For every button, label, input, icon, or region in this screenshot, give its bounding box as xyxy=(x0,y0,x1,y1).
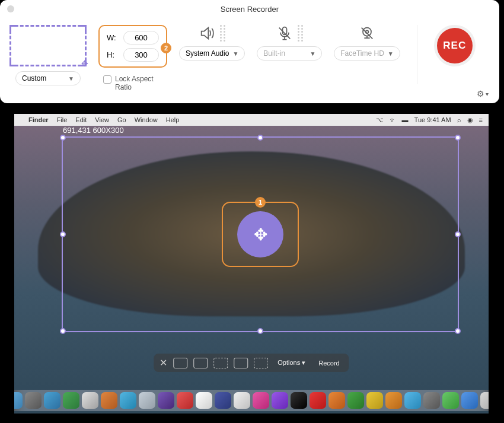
dock-app-icon[interactable] xyxy=(234,392,250,409)
resize-handle-bm[interactable] xyxy=(257,328,263,334)
resize-handle-tr[interactable] xyxy=(455,135,461,141)
dock-app-icon[interactable] xyxy=(101,392,117,409)
capture-selection[interactable]: 691,431 600X300 1 ✥ xyxy=(62,136,459,332)
dock-app-icon[interactable] xyxy=(82,392,98,409)
settings-button[interactable]: ⚙ ▾ xyxy=(477,89,489,98)
dock-app-icon[interactable] xyxy=(461,392,478,409)
dock-app-icon[interactable] xyxy=(480,392,489,409)
dock-app-icon[interactable] xyxy=(44,392,60,409)
macos-menubar: Finder File Edit View Go Window Help ⌥ ᯤ… xyxy=(14,114,489,126)
record-screen-icon[interactable] xyxy=(234,358,248,368)
dock-app-icon[interactable] xyxy=(196,392,212,409)
gear-icon: ⚙ xyxy=(477,89,484,98)
chevron-down-icon: ▼ xyxy=(388,50,394,57)
resize-handle-br[interactable] xyxy=(455,328,461,334)
move-arrows-icon: ✥ xyxy=(254,225,267,244)
record-label: REC xyxy=(443,40,466,52)
resize-handle-tl[interactable] xyxy=(60,135,66,141)
resize-handle-mr[interactable] xyxy=(455,231,461,237)
menubar-app[interactable]: Finder xyxy=(28,116,49,123)
camera-off-icon xyxy=(359,25,375,42)
dock-app-icon[interactable] xyxy=(215,392,231,409)
close-icon[interactable]: ✕ xyxy=(160,357,167,368)
dock-app-icon[interactable] xyxy=(177,392,193,409)
record-selection-icon[interactable] xyxy=(254,358,268,368)
dock-app-icon[interactable] xyxy=(328,392,345,409)
titlebar: Screen Recorder xyxy=(0,0,499,18)
dock-app-icon[interactable] xyxy=(404,392,421,409)
menubar-item[interactable]: Edit xyxy=(75,116,87,123)
resize-handle-bl[interactable] xyxy=(60,328,66,334)
dimensions-group: 2 W: H: xyxy=(98,25,167,68)
region-preview[interactable]: ✥ xyxy=(9,25,87,66)
dock-app-icon[interactable] xyxy=(253,392,269,409)
lock-aspect-row[interactable]: Lock Aspect Ratio xyxy=(103,75,162,91)
menubar-item[interactable]: Help xyxy=(166,116,180,123)
capture-selection-icon[interactable] xyxy=(213,358,228,368)
airplay-icon[interactable]: ⌥ xyxy=(376,116,384,124)
move-selection-box[interactable]: 1 ✥ xyxy=(222,202,299,267)
audio-section: System Audio ▼ xyxy=(179,25,245,61)
dock-app-icon[interactable] xyxy=(63,392,79,409)
chevron-down-icon: ▼ xyxy=(232,50,238,57)
dock-app-icon[interactable] xyxy=(291,392,307,409)
dock-app-icon[interactable] xyxy=(310,392,326,409)
battery-icon[interactable]: ▬ xyxy=(402,116,409,123)
lock-aspect-label: Lock Aspect Ratio xyxy=(115,75,162,91)
resize-handle-ml[interactable] xyxy=(60,231,66,237)
capture-screen-icon[interactable] xyxy=(173,358,187,368)
annotation-badge-1: 1 xyxy=(255,197,266,208)
width-label: W: xyxy=(107,33,119,42)
menubar-item[interactable]: Window xyxy=(135,116,158,123)
menubar-item[interactable]: File xyxy=(57,116,68,123)
dock-app-icon[interactable] xyxy=(25,392,42,409)
toolbar: ✥ Custom ▼ 2 W: H: Lock Aspe xyxy=(0,18,499,96)
dock-app-icon[interactable] xyxy=(442,392,459,409)
dock-app-icon[interactable] xyxy=(158,392,174,409)
desktop-preview: Finder File Edit View Go Window Help ⌥ ᯤ… xyxy=(14,114,489,414)
record-button[interactable]: Record xyxy=(315,358,343,368)
menubar-item[interactable]: View xyxy=(95,116,109,123)
chevron-down-icon: ▼ xyxy=(68,75,74,82)
siri-icon[interactable]: ◉ xyxy=(467,116,473,124)
region-mode-dropdown[interactable]: Custom ▼ xyxy=(15,71,81,85)
options-button[interactable]: Options ▾ xyxy=(274,358,309,368)
move-selection-button[interactable]: ✥ xyxy=(237,211,283,257)
menubar-item[interactable]: Go xyxy=(117,116,126,123)
annotation-badge-2: 2 xyxy=(161,43,171,53)
dock-app-icon[interactable] xyxy=(14,392,23,409)
mic-source-dropdown[interactable]: Built-in ▼ xyxy=(257,46,322,61)
record-section: REC xyxy=(434,25,476,66)
lock-aspect-checkbox[interactable] xyxy=(103,75,111,84)
width-input[interactable] xyxy=(123,31,159,44)
dock-app-icon[interactable] xyxy=(366,392,383,409)
search-icon[interactable]: ⌕ xyxy=(457,116,461,123)
close-window-button[interactable] xyxy=(7,5,14,12)
audio-source-dropdown[interactable]: System Audio ▼ xyxy=(179,46,245,61)
speaker-icon xyxy=(199,25,215,42)
resize-handle-tm[interactable] xyxy=(257,135,263,141)
menubar-time[interactable]: Tue 9:41 AM xyxy=(414,116,451,123)
dock-app-icon[interactable] xyxy=(120,392,136,409)
region-section: ✥ Custom ▼ xyxy=(9,25,87,85)
dimensions-section: 2 W: H: Lock Aspect Ratio xyxy=(98,25,167,91)
macos-dock xyxy=(14,390,489,411)
microphone-off-icon xyxy=(276,25,293,42)
dock-app-icon[interactable] xyxy=(423,392,440,409)
dock-app-icon[interactable] xyxy=(347,392,364,409)
dock-app-icon[interactable] xyxy=(139,392,155,409)
dock-app-icon[interactable] xyxy=(272,392,288,409)
divider xyxy=(417,25,417,84)
record-button[interactable]: REC xyxy=(434,25,476,66)
dock-app-icon[interactable] xyxy=(385,392,402,409)
region-mode-label: Custom xyxy=(22,74,46,82)
menu-icon[interactable]: ≡ xyxy=(479,116,483,123)
macos-screenshot-toolbar: ✕ Options ▾ Record xyxy=(154,354,349,372)
camera-section: FaceTime HD ▼ xyxy=(334,25,400,61)
capture-window-icon[interactable] xyxy=(193,358,208,368)
height-input[interactable] xyxy=(123,48,159,62)
camera-source-dropdown[interactable]: FaceTime HD ▼ xyxy=(334,46,400,61)
wifi-icon[interactable]: ᯤ xyxy=(390,116,396,123)
camera-source-label: FaceTime HD xyxy=(340,49,384,58)
mic-level-icon xyxy=(298,25,303,42)
